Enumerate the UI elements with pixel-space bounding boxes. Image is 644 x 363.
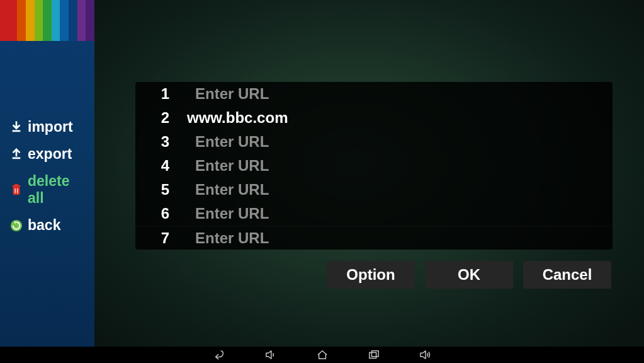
download-icon	[10, 120, 23, 134]
row-value: Enter URL	[183, 133, 269, 151]
url-row[interactable]: 5 Enter URL	[135, 178, 613, 202]
logo-stripes	[0, 0, 94, 41]
sidebar-item-label: back	[28, 217, 60, 234]
upload-icon	[10, 147, 23, 161]
nav-volume-up-icon[interactable]	[419, 349, 432, 361]
svg-rect-4	[14, 184, 18, 185]
trash-icon	[10, 183, 23, 197]
row-number: 2	[148, 109, 183, 127]
url-row[interactable]: 7 Enter URL	[135, 226, 613, 250]
svg-rect-1	[13, 157, 21, 159]
sidebar-menu: import export	[0, 113, 94, 239]
svg-rect-3	[13, 185, 21, 187]
row-number: 3	[148, 133, 183, 151]
cancel-button[interactable]: Cancel	[523, 261, 611, 289]
url-list: 1 Enter URL 2 www.bbc.com 3 Enter URL 4 …	[135, 82, 613, 250]
svg-rect-2	[13, 187, 20, 195]
option-button[interactable]: Option	[327, 261, 415, 289]
ok-button[interactable]: OK	[425, 261, 513, 289]
sidebar-item-label: export	[28, 146, 72, 163]
row-number: 4	[148, 157, 183, 175]
nav-home-icon[interactable]	[315, 349, 329, 361]
url-row[interactable]: 2 www.bbc.com	[135, 106, 613, 130]
sidebar-item-export[interactable]: export	[0, 141, 94, 168]
url-row[interactable]: 4 Enter URL	[135, 154, 613, 178]
sidebar-item-label: import	[28, 118, 73, 135]
button-row: Option OK Cancel	[135, 261, 613, 289]
svg-rect-9	[371, 351, 378, 357]
screen: import export	[0, 0, 644, 363]
svg-rect-0	[13, 130, 21, 132]
sidebar-item-import[interactable]: import	[0, 113, 94, 141]
sidebar-item-label: delete all	[28, 173, 86, 207]
android-nav-bar	[0, 347, 644, 363]
sidebar: import export	[0, 0, 94, 347]
row-number: 1	[148, 85, 183, 103]
row-value: Enter URL	[183, 85, 269, 103]
row-value: Enter URL	[183, 181, 269, 199]
url-row[interactable]: 3 Enter URL	[135, 130, 613, 154]
sidebar-item-delete-all[interactable]: delete all	[0, 168, 94, 212]
svg-rect-8	[369, 352, 376, 358]
row-value: Enter URL	[183, 157, 269, 175]
row-number: 6	[148, 205, 183, 222]
back-icon	[10, 219, 23, 233]
nav-recent-icon[interactable]	[367, 349, 381, 361]
row-value: Enter URL	[183, 229, 269, 247]
row-value: www.bbc.com	[183, 109, 288, 127]
nav-volume-down-icon[interactable]	[264, 349, 278, 361]
row-number: 5	[148, 181, 183, 199]
main-content: 1 Enter URL 2 www.bbc.com 3 Enter URL 4 …	[94, 0, 644, 347]
sidebar-item-back[interactable]: back	[0, 212, 94, 239]
row-number: 7	[148, 229, 183, 247]
row-value: Enter URL	[183, 205, 269, 222]
url-row[interactable]: 6 Enter URL	[135, 202, 613, 226]
nav-back-icon[interactable]	[212, 349, 226, 361]
url-row[interactable]: 1 Enter URL	[135, 82, 613, 106]
